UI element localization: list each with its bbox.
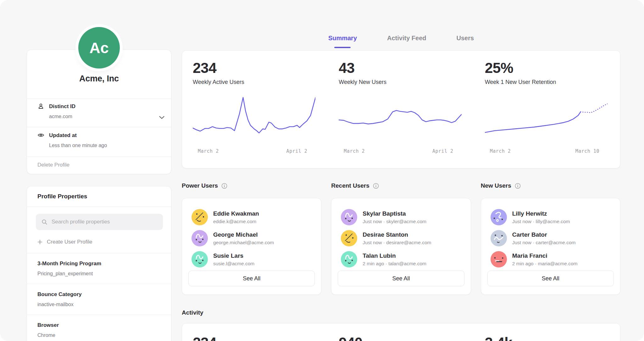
user-meta: Susie Lars susie.l@acme.com — [213, 252, 254, 267]
profile-property-row[interactable]: 3-Month Pricing Program Pricing_plan_exp… — [27, 253, 171, 284]
profile-properties-card: Profile Properties Create User Profile 3… — [27, 186, 171, 341]
user-name: Maria Franci — [512, 252, 578, 259]
new-users-heading: New Users — [481, 182, 620, 189]
user-name: Skylar Baptista — [363, 210, 426, 217]
see-all-button[interactable]: See All — [338, 271, 464, 286]
search-input[interactable] — [52, 219, 152, 225]
create-user-profile-button[interactable]: Create User Profile — [37, 237, 92, 247]
updated-at-label: Updated at — [49, 132, 77, 139]
info-icon[interactable] — [515, 183, 521, 189]
recent-users-title: Recent Users — [331, 182, 369, 189]
user-avatar — [341, 209, 357, 225]
power-users-heading: Power Users — [182, 182, 321, 189]
power-users-title: Power Users — [182, 182, 218, 189]
profile-properties-title: Profile Properties — [37, 193, 87, 200]
profile-property-row[interactable]: Browser Chrome — [27, 315, 171, 341]
x-axis-end-label: April 2 — [432, 148, 453, 154]
see-all-button[interactable]: See All — [487, 271, 614, 286]
user-avatar — [491, 251, 507, 267]
user-meta: Talan Lubin 2 min ago · talan@acme.com — [363, 252, 426, 267]
stat-value: 43 — [339, 59, 461, 76]
profile-property-row[interactable]: Bounce Category inactive-mailbox — [27, 284, 171, 315]
activity-stat-value: 234 — [182, 323, 328, 341]
property-name: 3-Month Pricing Program — [37, 260, 161, 267]
distinct-id-label: Distinct ID — [49, 103, 75, 110]
divider — [27, 98, 171, 99]
search-icon — [42, 219, 47, 225]
delete-profile-button[interactable]: Delete Profile — [37, 162, 69, 168]
user-name: Carter Bator — [512, 231, 576, 238]
user-subtext: Just now · skyler@acme.com — [363, 219, 426, 224]
user-meta: Eddie Kwakman eddie.k@acme.com — [213, 210, 259, 224]
recent-users-list: Skylar Baptista Just now · skyler@acme.c… — [341, 209, 461, 267]
user-meta: Carter Bator Just now · carter@acme.com — [512, 231, 576, 245]
x-axis-start-label: March 2 — [490, 148, 511, 154]
info-icon[interactable] — [373, 183, 379, 189]
company-avatar: Ac — [78, 27, 120, 69]
user-row[interactable]: Talan Lubin 2 min ago · talan@acme.com — [341, 251, 461, 267]
activity-stat-value: 940 — [328, 323, 474, 341]
user-subtext: 2 min ago · maria@acme.com — [512, 261, 578, 267]
info-icon[interactable] — [221, 183, 227, 189]
see-all-button[interactable]: See All — [188, 271, 315, 286]
user-list-cards: Eddie Kwakman eddie.k@acme.com George Mi… — [182, 198, 620, 295]
user-avatar — [192, 230, 208, 246]
user-name: Susie Lars — [213, 252, 254, 259]
power-users-card: Eddie Kwakman eddie.k@acme.com George Mi… — [182, 198, 321, 295]
profile-properties-list: 3-Month Pricing Program Pricing_plan_exp… — [27, 253, 171, 341]
profile-properties-search[interactable] — [36, 214, 163, 230]
recent-users-heading: Recent Users — [331, 182, 471, 189]
user-row[interactable]: George Michael george.michael@acme.com — [192, 230, 312, 246]
user-avatar — [192, 209, 208, 225]
user-row[interactable]: Lilly Herwitz Just now · lilly@acme.com — [491, 209, 611, 225]
new-users-list: Lilly Herwitz Just now · lilly@acme.com … — [491, 209, 611, 267]
retention-sparkline — [485, 94, 608, 145]
user-avatar — [341, 251, 357, 267]
user-name: Lilly Herwitz — [512, 210, 570, 217]
weekly-new-users-sparkline — [339, 94, 461, 145]
tab-summary[interactable]: Summary — [327, 32, 358, 48]
eye-icon — [37, 132, 44, 139]
app-window: Ac Acme, Inc Distinct ID acme.com Update… — [0, 0, 644, 341]
user-subtext: Just now · desirare@acme.com — [363, 240, 431, 245]
user-avatar — [491, 209, 507, 225]
stat-label: Week 1 New User Retention — [485, 79, 608, 85]
distinct-id-value: acme.com — [49, 114, 72, 119]
activity-stat-value: 3.4k — [474, 323, 620, 341]
user-subtext: george.michael@acme.com — [213, 240, 274, 245]
tab-activity-feed[interactable]: Activity Feed — [386, 32, 427, 48]
plus-icon — [37, 239, 42, 245]
user-meta: Lilly Herwitz Just now · lilly@acme.com — [512, 210, 570, 224]
user-row[interactable]: Skylar Baptista Just now · skyler@acme.c… — [341, 209, 461, 225]
property-value: Chrome — [37, 332, 161, 338]
x-axis-end-label: April 2 — [286, 148, 308, 154]
user-name: George Michael — [213, 231, 274, 238]
user-row[interactable]: Desirae Stanton Just now · desirare@acme… — [341, 230, 461, 246]
updated-at-value: Less than one minute ago — [49, 143, 107, 148]
user-subtext: Just now · lilly@acme.com — [512, 219, 570, 224]
new-users-title: New Users — [481, 182, 511, 189]
power-users-list: Eddie Kwakman eddie.k@acme.com George Mi… — [192, 209, 312, 267]
user-row[interactable]: Eddie Kwakman eddie.k@acme.com — [192, 209, 312, 225]
stat-weekly-new-users: 43 Weekly New Users March 2 April 2 — [328, 51, 474, 168]
divider — [27, 127, 171, 127]
user-avatar — [192, 251, 208, 267]
create-user-profile-label: Create User Profile — [47, 239, 92, 245]
tab-users[interactable]: Users — [455, 32, 475, 48]
new-users-card: Lilly Herwitz Just now · lilly@acme.com … — [481, 198, 620, 295]
chevron-down-icon[interactable] — [159, 115, 164, 118]
user-row[interactable]: Susie Lars susie.l@acme.com — [192, 251, 312, 267]
user-name: Desirae Stanton — [363, 231, 431, 238]
user-subtext: eddie.k@acme.com — [213, 219, 259, 224]
user-row[interactable]: Carter Bator Just now · carter@acme.com — [491, 230, 611, 246]
activity-card: 234 940 3.4k — [182, 323, 620, 341]
weekly-active-users-sparkline — [193, 94, 315, 145]
company-avatar-initials: Ac — [89, 39, 108, 57]
user-list-headings: Power Users Recent Users New Users — [182, 182, 620, 189]
user-meta: Skylar Baptista Just now · skyler@acme.c… — [363, 210, 426, 224]
stat-label: Weekly Active Users — [193, 79, 315, 85]
stat-weekly-active-users: 234 Weekly Active Users March 2 April 2 — [182, 51, 328, 168]
user-avatar — [491, 230, 507, 246]
user-row[interactable]: Maria Franci 2 min ago · maria@acme.com — [491, 251, 611, 267]
stat-value: 234 — [193, 59, 315, 76]
